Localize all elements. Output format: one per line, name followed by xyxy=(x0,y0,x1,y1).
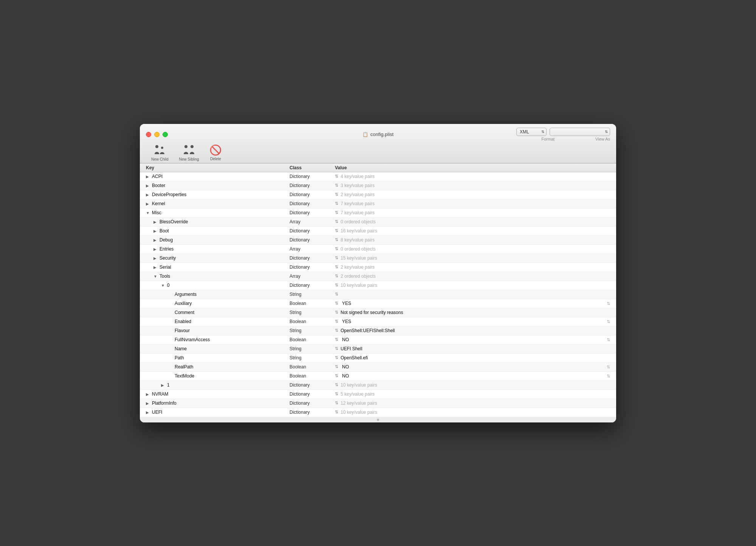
stepper-icon[interactable]: ⇅ xyxy=(335,283,338,287)
table-row[interactable]: PathString⇅ OpenShell.efi xyxy=(140,354,616,363)
table-row[interactable]: ▶ACPIDictionary⇅ 4 key/value pairs xyxy=(140,172,616,181)
stepper-icon[interactable]: ⇅ xyxy=(335,256,338,260)
expand-arrow[interactable]: ▶ xyxy=(153,265,158,269)
table-row[interactable]: ▶NVRAMDictionary⇅ 5 key/value pairs xyxy=(140,390,616,399)
table-row[interactable]: ▶SerialDictionary⇅ 2 key/value pairs xyxy=(140,263,616,272)
row-key: RealPath xyxy=(146,364,290,370)
value-text: 8 key/value pairs xyxy=(341,237,375,243)
expand-arrow[interactable]: ▼ xyxy=(146,211,150,215)
row-value: ⇅ 15 key/value pairs xyxy=(335,255,610,261)
table-row[interactable]: ▶SecurityDictionary⇅ 15 key/value pairs xyxy=(140,254,616,263)
new-child-button[interactable]: New Child xyxy=(146,143,174,163)
table-row[interactable]: ▼MiscDictionary⇅ 7 key/value pairs xyxy=(140,209,616,218)
key-text: Name xyxy=(175,346,187,351)
key-text: Misc xyxy=(152,210,161,215)
table-row[interactable]: FlavourString⇅ OpenShell:UEFIShell:Shell xyxy=(140,326,616,336)
delete-icon: 🚫 xyxy=(209,144,222,156)
expand-arrow[interactable]: ▶ xyxy=(146,202,150,206)
expand-arrow[interactable]: ▼ xyxy=(161,283,166,288)
table-row[interactable]: ▶PlatformInfoDictionary⇅ 12 key/value pa… xyxy=(140,399,616,408)
key-text: TextMode xyxy=(175,373,194,379)
stepper-icon[interactable]: ⇅ xyxy=(335,193,338,196)
delete-button[interactable]: 🚫 Delete xyxy=(204,143,227,162)
row-class: String xyxy=(290,310,335,315)
table-row[interactable]: NameString⇅ UEFI Shell xyxy=(140,345,616,354)
stepper-icon[interactable]: ⇅ xyxy=(335,211,338,215)
expand-arrow[interactable]: ▶ xyxy=(146,175,150,179)
stepper-icon[interactable]: ⇅ xyxy=(335,265,338,269)
expand-arrow[interactable]: ▶ xyxy=(146,193,150,197)
stepper-icon[interactable]: ⇅ xyxy=(335,238,338,242)
expand-arrow[interactable]: ▶ xyxy=(153,229,158,233)
stepper-icon[interactable]: ⇅ xyxy=(335,302,338,305)
row-key: ▶Entries xyxy=(146,246,290,252)
stepper-icon[interactable]: ⇅ xyxy=(335,202,338,206)
table-row[interactable]: EnabledBoolean⇅ YES⇅ xyxy=(140,317,616,326)
table-row[interactable]: ▶BootDictionary⇅ 16 key/value pairs xyxy=(140,227,616,236)
value-text: 16 key/value pairs xyxy=(341,228,377,234)
table-row[interactable]: ▶KernelDictionary⇅ 7 key/value pairs xyxy=(140,200,616,209)
table-row[interactable]: RealPathBoolean⇅ NO⇅ xyxy=(140,363,616,372)
stepper-icon[interactable]: ⇅ xyxy=(335,292,338,296)
table-row[interactable]: FullNvramAccessBoolean⇅ NO⇅ xyxy=(140,336,616,345)
stepper-icon[interactable]: ⇅ xyxy=(335,410,338,414)
stepper-icon[interactable]: ⇅ xyxy=(335,338,338,342)
expand-arrow[interactable]: ▶ xyxy=(153,220,158,224)
row-key: ▼Tools xyxy=(146,274,290,279)
table-row[interactable]: CommentString⇅ Not signed for security r… xyxy=(140,308,616,317)
key-text: Path xyxy=(175,355,184,360)
row-class: Boolean xyxy=(290,319,335,324)
table-row[interactable]: AuxiliaryBoolean⇅ YES⇅ xyxy=(140,299,616,308)
stepper-icon[interactable]: ⇅ xyxy=(335,175,338,178)
table-row[interactable]: ▶EntriesArray⇅ 0 ordered objects xyxy=(140,245,616,254)
stepper-icon[interactable]: ⇅ xyxy=(335,220,338,224)
expand-arrow[interactable]: ▶ xyxy=(146,401,150,405)
maximize-button[interactable] xyxy=(163,132,168,137)
view-as-label: View As xyxy=(595,137,610,141)
expand-arrow[interactable]: ▶ xyxy=(153,247,158,251)
key-text: Security xyxy=(160,255,176,261)
stepper-icon[interactable]: ⇅ xyxy=(335,329,338,333)
stepper-icon[interactable]: ⇅ xyxy=(335,392,338,396)
expand-arrow[interactable]: ▶ xyxy=(146,392,150,396)
minimize-button[interactable] xyxy=(154,132,160,137)
stepper-icon[interactable]: ⇅ xyxy=(335,229,338,233)
key-text: Booter xyxy=(152,183,165,188)
stepper-icon[interactable]: ⇅ xyxy=(335,356,338,360)
table-row[interactable]: ▶BooterDictionary⇅ 3 key/value pairs xyxy=(140,181,616,190)
close-button[interactable] xyxy=(146,132,151,137)
expand-arrow[interactable]: ▶ xyxy=(161,383,166,387)
row-key: Flavour xyxy=(146,328,290,333)
table-row[interactable]: ▼0Dictionary⇅ 10 key/value pairs xyxy=(140,281,616,290)
table-row[interactable]: ▶1Dictionary⇅ 10 key/value pairs xyxy=(140,381,616,390)
stepper-icon[interactable]: ⇅ xyxy=(335,184,338,187)
row-key: ▼Misc xyxy=(146,210,290,215)
table-row[interactable]: ▶UEFIDictionary⇅ 10 key/value pairs xyxy=(140,408,616,417)
stepper-icon[interactable]: ⇅ xyxy=(335,401,338,405)
stepper-icon[interactable]: ⇅ xyxy=(335,320,338,323)
expand-arrow[interactable]: ▶ xyxy=(146,410,150,415)
table-row[interactable]: TextModeBoolean⇅ NO⇅ xyxy=(140,372,616,381)
stepper-icon[interactable]: ⇅ xyxy=(335,274,338,278)
scroll-dot xyxy=(377,419,379,421)
table-row[interactable]: ArgumentsString⇅ xyxy=(140,290,616,299)
expand-arrow[interactable]: ▶ xyxy=(146,184,150,188)
new-sibling-button[interactable]: New Sibling xyxy=(174,143,204,163)
row-key: ▶Booter xyxy=(146,183,290,188)
table-row[interactable]: ▼ToolsArray⇅ 2 ordered objects xyxy=(140,272,616,281)
stepper-icon[interactable]: ⇅ xyxy=(335,383,338,387)
table-row[interactable]: ▶DevicePropertiesDictionary⇅ 2 key/value… xyxy=(140,190,616,200)
expand-arrow[interactable]: ▶ xyxy=(153,238,158,242)
stepper-icon[interactable]: ⇅ xyxy=(335,347,338,351)
expand-arrow[interactable]: ▶ xyxy=(153,256,158,260)
stepper-icon[interactable]: ⇅ xyxy=(335,247,338,251)
table-row[interactable]: ▶DebugDictionary⇅ 8 key/value pairs xyxy=(140,236,616,245)
view-as-select[interactable] xyxy=(550,128,610,136)
stepper-icon[interactable]: ⇅ xyxy=(335,365,338,369)
stepper-icon[interactable]: ⇅ xyxy=(335,311,338,314)
file-icon: 📋 xyxy=(363,132,368,137)
format-select[interactable]: XML Binary JSON xyxy=(516,128,547,136)
expand-arrow[interactable]: ▼ xyxy=(153,274,158,278)
stepper-icon[interactable]: ⇅ xyxy=(335,374,338,378)
table-row[interactable]: ▶BlessOverrideArray⇅ 0 ordered objects xyxy=(140,218,616,227)
